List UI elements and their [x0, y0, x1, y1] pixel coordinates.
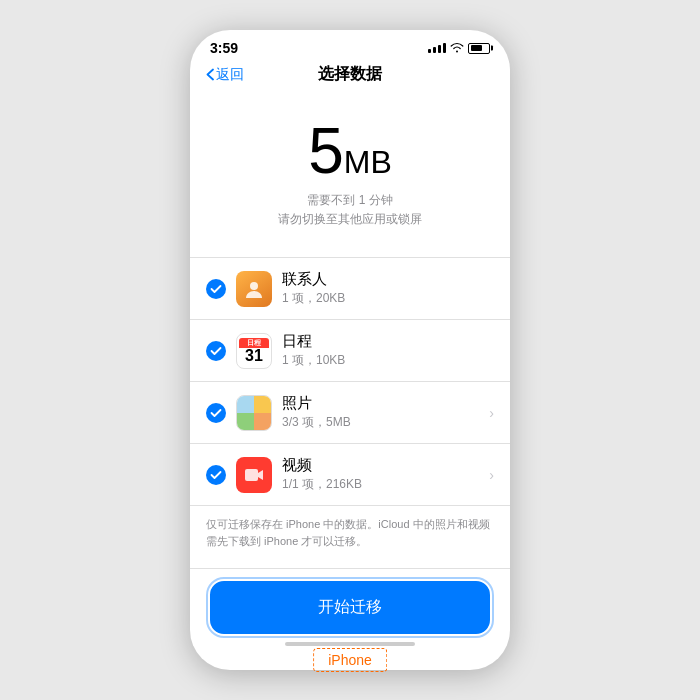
status-bar: 3:59	[190, 30, 510, 60]
content-area: 5MB 需要不到 1 分钟 请勿切换至其他应用或锁屏	[190, 95, 510, 568]
size-number: 5	[308, 119, 344, 183]
photos-checkbox[interactable]	[206, 403, 226, 423]
iphone-label: iPhone	[313, 648, 387, 672]
video-name: 视频	[282, 456, 479, 475]
video-icon	[236, 457, 272, 493]
list-item[interactable]: 联系人 1 项，20KB	[190, 258, 510, 320]
video-detail: 1/1 项，216KB	[282, 476, 479, 493]
size-unit: MB	[344, 144, 392, 180]
wifi-icon	[450, 42, 464, 55]
start-migration-button[interactable]: 开始迁移	[210, 581, 490, 634]
photos-name: 照片	[282, 394, 479, 413]
video-checkbox[interactable]	[206, 465, 226, 485]
back-button[interactable]: 返回	[206, 66, 244, 84]
nav-bar: 返回 选择数据	[190, 60, 510, 95]
phone-frame: 3:59	[190, 30, 510, 670]
photos-chevron-icon: ›	[489, 405, 494, 421]
svg-point-0	[250, 282, 258, 290]
photos-detail: 3/3 项，5MB	[282, 414, 479, 431]
video-chevron-icon: ›	[489, 467, 494, 483]
calendar-checkbox[interactable]	[206, 341, 226, 361]
status-icons	[428, 42, 490, 55]
svg-rect-1	[245, 469, 258, 481]
page-title: 选择数据	[318, 64, 382, 85]
size-hero: 5MB 需要不到 1 分钟 请勿切换至其他应用或锁屏	[190, 95, 510, 237]
calendar-detail: 1 项，10KB	[282, 352, 494, 369]
calendar-icon: 日程 31	[236, 333, 272, 369]
status-time: 3:59	[210, 40, 238, 56]
footnote: 仅可迁移保存在 iPhone 中的数据。iCloud 中的照片和视频需先下载到 …	[190, 506, 510, 565]
signal-icon	[428, 43, 446, 53]
list-item[interactable]: 照片 3/3 项，5MB ›	[190, 382, 510, 444]
photos-icon	[236, 395, 272, 431]
contacts-icon	[236, 271, 272, 307]
contacts-checkbox[interactable]	[206, 279, 226, 299]
contacts-name: 联系人	[282, 270, 494, 289]
size-subtitle: 需要不到 1 分钟 请勿切换至其他应用或锁屏	[190, 191, 510, 229]
battery-icon	[468, 43, 490, 54]
back-label: 返回	[216, 66, 244, 84]
data-list: 联系人 1 项，20KB 日程 31 日程 1 项，10KB	[190, 257, 510, 506]
calendar-name: 日程	[282, 332, 494, 351]
home-indicator	[285, 642, 415, 646]
photos-text: 照片 3/3 项，5MB	[282, 394, 479, 431]
contacts-text: 联系人 1 项，20KB	[282, 270, 494, 307]
list-item[interactable]: 日程 31 日程 1 项，10KB	[190, 320, 510, 382]
contacts-detail: 1 项，20KB	[282, 290, 494, 307]
calendar-text: 日程 1 项，10KB	[282, 332, 494, 369]
video-text: 视频 1/1 项，216KB	[282, 456, 479, 493]
list-item[interactable]: 视频 1/1 项，216KB ›	[190, 444, 510, 506]
